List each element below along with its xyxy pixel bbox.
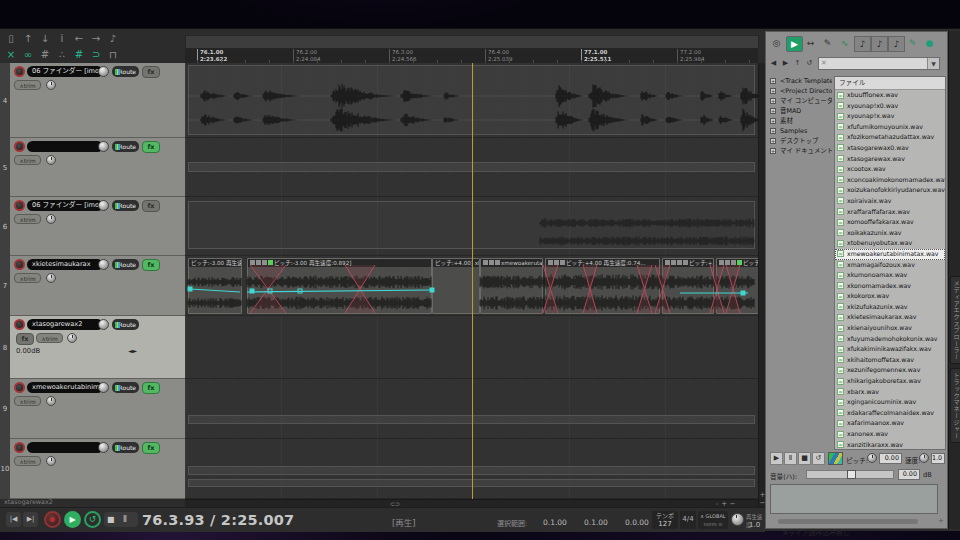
file-row[interactable]: xbuufflonex.wav xyxy=(835,90,945,101)
item-button-icon[interactable] xyxy=(560,260,565,265)
tempo-match-double-icon[interactable]: ♪ xyxy=(888,36,905,52)
trim-envelope-button[interactable]: ∧trim xyxy=(14,456,41,466)
pan-knob[interactable] xyxy=(46,456,56,466)
play-button[interactable]: ▶ xyxy=(64,511,81,528)
lock-icon[interactable]: ⊓ xyxy=(106,48,120,61)
pan-knob[interactable] xyxy=(46,80,56,90)
tempo-match-half-icon[interactable]: ♪ xyxy=(871,36,888,52)
file-row[interactable]: xkihaitomoffetax.wav xyxy=(835,355,945,366)
record-arm-button[interactable] xyxy=(14,200,25,211)
file-row[interactable]: xcootox.wav xyxy=(835,164,945,175)
file-row[interactable]: xoiraivaix.wav xyxy=(835,196,945,207)
record-arm-button[interactable] xyxy=(14,259,25,270)
item-group-icon[interactable]: ∞ xyxy=(21,48,35,61)
file-row[interactable]: xyounap!x.wav xyxy=(835,111,945,122)
preview-scrollbar[interactable]: + − xyxy=(770,518,938,525)
item-button-icon[interactable] xyxy=(250,260,255,265)
route-button[interactable]: Route xyxy=(112,259,139,270)
selection-end[interactable]: 0.1.00 xyxy=(584,518,608,527)
tree-item[interactable]: 音MAD xyxy=(768,106,832,116)
nav-back-icon[interactable]: ◀ xyxy=(768,56,779,70)
file-row[interactable]: xraffaraffafarax.wav xyxy=(835,207,945,218)
tree-item[interactable]: Samples xyxy=(768,126,832,136)
preview-loop-button[interactable]: ↺ xyxy=(812,452,825,465)
track-name-field[interactable] xyxy=(27,141,103,152)
item-button-icon[interactable] xyxy=(671,260,676,265)
track-volume-ball[interactable] xyxy=(98,200,109,211)
file-row[interactable]: xanonex.wav xyxy=(835,429,945,440)
track-name-field[interactable]: xkietesimaukarax xyxy=(27,259,103,270)
pitch-value[interactable]: 0.00 xyxy=(879,453,902,464)
preview-waveform-box[interactable] xyxy=(770,484,938,514)
repeat-button[interactable]: ↺ xyxy=(84,511,101,528)
file-row[interactable]: xkietesimaukarax.wav xyxy=(835,312,945,323)
media-search-combo[interactable]: ✕ ▼ xyxy=(818,57,940,70)
track-volume-ball[interactable] xyxy=(98,66,109,77)
track-volume-ball[interactable] xyxy=(98,141,109,152)
fx-button[interactable]: fx xyxy=(142,66,160,78)
trim-envelope-button[interactable]: ∧trim xyxy=(14,396,41,406)
item-button-icon[interactable] xyxy=(683,260,688,265)
dropdown-arrow-icon[interactable]: ▼ xyxy=(927,58,939,69)
file-row[interactable]: xginganicouminix.wav xyxy=(835,397,945,408)
media-item[interactable]: ピッチ:-3.00 再生速度:0.892] xyxy=(247,258,432,314)
item-button-icon[interactable] xyxy=(677,260,682,265)
file-row[interactable]: xfukakiminikawazifakx.wav xyxy=(835,344,945,355)
timeline-header-strip[interactable] xyxy=(185,35,759,49)
file-row[interactable]: xkumonoamax.wav xyxy=(835,270,945,281)
track-panel-10[interactable]: Routefx∧trim xyxy=(10,439,185,499)
edit-mouse-icon[interactable]: ✎ xyxy=(820,36,835,50)
crossfade-icon[interactable]: × xyxy=(4,48,18,61)
route-button[interactable]: Route xyxy=(112,141,139,152)
tree-item[interactable]: <Project Directory> xyxy=(768,86,832,96)
item-button-icon[interactable] xyxy=(725,260,730,265)
file-row[interactable]: xfufumikomuyounix.wav xyxy=(835,122,945,133)
selection-length[interactable]: 0.0.00 xyxy=(625,518,649,527)
record-arm-button[interactable] xyxy=(14,382,25,393)
preview-pause-button[interactable]: Ⅱ xyxy=(784,452,797,465)
stop-button[interactable]: ■ xyxy=(107,512,115,527)
nav-forward-icon[interactable]: ▶ xyxy=(780,56,791,70)
tempo-match-off-icon[interactable]: ♪ xyxy=(854,36,871,52)
tree-item[interactable]: 素材 xyxy=(768,116,832,126)
track-volume-ball[interactable] xyxy=(98,382,109,393)
file-row[interactable]: xfuyumademohokokonix.wav xyxy=(835,334,945,345)
file-row[interactable]: xkienaiyounihox.wav xyxy=(835,323,945,334)
track-panel-5[interactable]: Routefx∧trim xyxy=(10,138,185,197)
peaks-display-icon[interactable]: ∿ xyxy=(837,36,852,50)
insert-media-icon[interactable]: ● xyxy=(922,36,937,50)
track-panel-9[interactable]: xmewoakerutabinimata>Routefx∧trim xyxy=(10,379,185,439)
nav-up-icon[interactable]: ↑ xyxy=(792,56,803,70)
item-button-icon[interactable] xyxy=(256,260,261,265)
file-row[interactable]: xoizukanofokkiriyudanerux.wav xyxy=(835,185,945,196)
file-row[interactable]: xoikakazunix.wav xyxy=(835,228,945,239)
record-arm-button[interactable] xyxy=(14,66,25,77)
go-to-start-button[interactable]: |◀ xyxy=(6,512,21,527)
ripple-icon[interactable]: ⊃ xyxy=(89,48,103,61)
preview-play-button[interactable]: ▶ xyxy=(770,452,783,465)
item-button-icon[interactable] xyxy=(554,260,559,265)
pan-knob[interactable] xyxy=(46,396,56,406)
file-row[interactable]: xbarx.wav xyxy=(835,387,945,398)
pan-knob[interactable] xyxy=(46,155,56,165)
item-button-icon[interactable] xyxy=(262,260,267,265)
file-row[interactable]: xconcoakimokonomamadex.wav xyxy=(835,175,945,186)
record-arm-button[interactable] xyxy=(14,141,25,152)
file-row[interactable]: xkonomamadex.wav xyxy=(835,281,945,292)
file-row[interactable]: xmewoakerutabinimatax.wav xyxy=(835,249,945,260)
file-row[interactable]: xtobenuyobutax.wav xyxy=(835,238,945,249)
track-panel-7[interactable]: xkietesimaukaraxRoutefx∧trim xyxy=(10,256,185,316)
fx-button[interactable]: fx xyxy=(142,141,160,153)
ruler-mark[interactable]: 77.1.002:25.511 xyxy=(581,49,611,63)
global-automation-box[interactable]: ∧ GLOBAL norm ⊙ xyxy=(698,511,728,529)
volume-slider-thumb[interactable] xyxy=(847,470,856,479)
trim-envelope-button[interactable]: ∧trim xyxy=(14,214,41,224)
docker-tab-0[interactable]: メディアエクスプローラー xyxy=(950,276,960,364)
project-settings-icon[interactable]: i xyxy=(55,32,69,45)
route-button[interactable]: Route xyxy=(112,66,139,77)
track-name-field[interactable] xyxy=(27,442,103,453)
docker-tab-1[interactable]: トラックマネージャー xyxy=(950,368,960,443)
file-row[interactable]: xmamagaifozoux.wav xyxy=(835,260,945,271)
track-name-field[interactable]: 06 ファインダー [imoutoid's xyxy=(27,200,103,211)
media-item[interactable]: ピッチ:-... xyxy=(716,258,758,314)
